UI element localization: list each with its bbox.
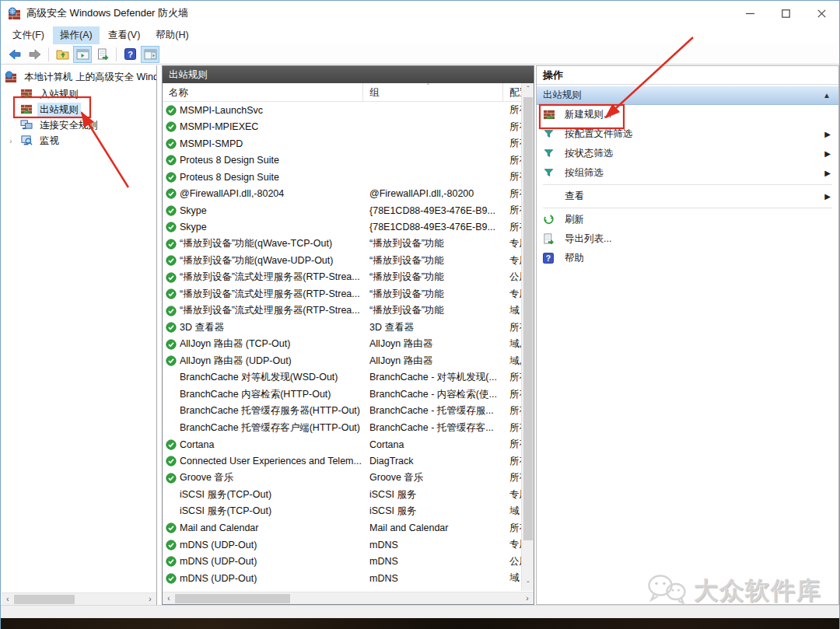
rule-group: DiagTrack	[363, 456, 503, 467]
scroll-down-icon[interactable]: ˇ	[522, 578, 534, 591]
scroll-left-icon[interactable]: ‹	[2, 593, 14, 606]
filter-icon	[543, 148, 557, 160]
rule-row[interactable]: “播放到设备”流式处理服务器(RTP-Strea...“播放到设备”功能公用	[163, 269, 521, 286]
scroll-left-icon[interactable]: ‹	[163, 592, 175, 605]
action-item[interactable]: 按配置文件筛选▶	[537, 124, 838, 144]
rule-profile: 所有	[503, 103, 521, 117]
minimize-button[interactable]	[732, 1, 768, 26]
console-window-icon[interactable]	[73, 46, 92, 63]
scrollbar-thumb[interactable]	[523, 97, 533, 540]
close-button[interactable]	[803, 1, 839, 26]
rule-row[interactable]: mDNS (UDP-Out)mDNS域	[163, 570, 521, 587]
maximize-button[interactable]	[768, 1, 803, 26]
tree-item[interactable]: ›监视	[2, 133, 156, 149]
help-icon[interactable]: ?	[121, 46, 139, 63]
rule-row[interactable]: CortanaCortana所有	[163, 436, 521, 453]
menu-item[interactable]: 查看(V)	[101, 26, 148, 44]
action-item[interactable]: 新建规则...	[537, 105, 838, 124]
rule-row[interactable]: Proteus 8 Design Suite所有	[163, 152, 521, 169]
submenu-arrow-icon: ▶	[824, 169, 831, 177]
rule-row[interactable]: Mail and CalendarMail and Calendar所有	[163, 520, 521, 537]
rule-row[interactable]: “播放到设备”流式处理服务器(RTP-Strea...“播放到设备”功能专用	[163, 286, 521, 303]
export-list-icon[interactable]	[93, 46, 112, 63]
rule-profile: 域,	[503, 337, 521, 351]
rule-name: Skype	[180, 205, 363, 216]
expand-chevron-icon[interactable]: ›	[9, 136, 19, 145]
rule-row[interactable]: MSMPI-MPIEXEC所有	[163, 119, 521, 136]
action-separator	[543, 184, 832, 185]
tree-item-label: 入站规则	[37, 87, 81, 102]
rule-row[interactable]: BranchCache 托管缓存服务器(HTTP-Out)BranchCache…	[163, 403, 521, 420]
back-icon[interactable]	[5, 46, 24, 63]
rule-row[interactable]: Skype{78E1CD88-49E3-476E-B9...所有	[163, 219, 521, 236]
rule-row[interactable]: MSMPI-LaunchSvc所有	[163, 102, 521, 119]
action-item[interactable]: 按状态筛选▶	[537, 144, 838, 163]
rule-row[interactable]: Proteus 8 Design Suite所有	[163, 169, 521, 186]
column-header-profile[interactable]: 配置	[503, 83, 522, 102]
connection-security-icon	[20, 119, 33, 131]
rule-row[interactable]: Connected User Experiences and Telem...D…	[163, 453, 521, 470]
svg-text:?: ?	[128, 50, 133, 59]
forward-icon[interactable]	[26, 46, 44, 63]
menu-item[interactable]: 操作(A)	[53, 26, 100, 44]
actions-section-header[interactable]: 出站规则 ▲	[537, 86, 838, 105]
rule-row[interactable]: AllJoyn 路由器 (UDP-Out)AllJoyn 路由器域,	[163, 353, 521, 370]
show-action-pane-icon[interactable]	[141, 46, 159, 63]
rule-group: Cortana	[363, 439, 503, 450]
action-item[interactable]: ?帮助	[537, 249, 838, 268]
export-list-icon	[543, 233, 557, 246]
rule-enabled-icon	[163, 172, 180, 183]
bottom-dark-strip	[1, 618, 839, 629]
rule-profile: 所有	[503, 388, 521, 401]
list-horizontal-scrollbar[interactable]: ‹ ›	[163, 592, 534, 604]
rule-row[interactable]: BranchCache 对等机发现(WSD-Out)BranchCache - …	[163, 369, 521, 386]
action-item[interactable]: 刷新	[537, 210, 838, 229]
menu-item[interactable]: 帮助(H)	[149, 26, 195, 44]
rule-name: iSCSI 服务(TCP-Out)	[180, 505, 363, 518]
scroll-right-icon[interactable]: ›	[144, 593, 156, 606]
rule-row[interactable]: mDNS (UDP-Out)mDNS专用	[163, 536, 521, 554]
rule-row[interactable]: MSMPI-SMPD所有	[163, 135, 521, 152]
tree-item-label: 连接安全规则	[37, 118, 100, 133]
rule-profile: 公用	[503, 271, 521, 284]
rule-row[interactable]: @FirewallAPI.dll,-80204@FirewallAPI.dll,…	[163, 186, 521, 203]
toolbar-separator	[116, 47, 117, 61]
folder-up-icon[interactable]	[53, 46, 72, 63]
scrollbar-thumb[interactable]	[14, 595, 75, 604]
scroll-right-icon[interactable]: ›	[521, 592, 534, 605]
rule-row[interactable]: BranchCache 内容检索(HTTP-Out)BranchCache - …	[163, 386, 521, 404]
rule-row[interactable]: Skype{78E1CD88-49E3-476E-B9...所有	[163, 202, 521, 219]
rule-row[interactable]: “播放到设备”功能(qWave-UDP-Out)“播放到设备”功能专用	[163, 253, 521, 270]
toolbar-separator	[48, 47, 49, 61]
rule-row[interactable]: mDNS (UDP-Out)mDNS公用	[163, 554, 521, 571]
rule-row[interactable]: Groove 音乐Groove 音乐所有	[163, 470, 521, 487]
tree-horizontal-scrollbar[interactable]: ‹ ›	[2, 592, 156, 605]
rule-row[interactable]: AllJoyn 路由器 (TCP-Out)AllJoyn 路由器域,	[163, 336, 521, 353]
tree-item[interactable]: 出站规则	[2, 102, 156, 117]
refresh-icon	[543, 214, 557, 226]
menu-item[interactable]: 文件(F)	[5, 26, 51, 44]
rule-group: AllJoyn 路由器	[363, 337, 503, 351]
rule-row[interactable]: “播放到设备”流式处理服务器(RTP-Strea...“播放到设备”功能域	[163, 302, 521, 320]
column-header-name[interactable]: 名称	[163, 83, 363, 102]
tree-root-node[interactable]: 本地计算机 上的高级安全 Wind	[5, 69, 156, 85]
action-item[interactable]: 导出列表...	[537, 229, 838, 249]
no-icon	[543, 190, 557, 203]
rule-group: iSCSI 服务	[363, 488, 503, 501]
tree-item[interactable]: 入站规则	[2, 86, 156, 102]
scroll-up-icon[interactable]: ˇ	[522, 83, 534, 96]
rule-row[interactable]: iSCSI 服务(TCP-Out)iSCSI 服务域	[163, 503, 521, 520]
rule-row[interactable]: “播放到设备”功能(qWave-TCP-Out)“播放到设备”功能专用	[163, 236, 521, 253]
action-item[interactable]: 查看▶	[537, 187, 838, 206]
collapse-section-icon[interactable]: ▲	[823, 91, 831, 100]
tree-item[interactable]: 连接安全规则	[2, 117, 156, 133]
rule-row[interactable]: iSCSI 服务(TCP-Out)iSCSI 服务专用	[163, 487, 521, 504]
rule-name: “播放到设备”功能(qWave-TCP-Out)	[180, 237, 363, 250]
rule-profile: 所有	[503, 187, 521, 201]
list-vertical-scrollbar[interactable]: ˇ ˇ	[521, 83, 534, 591]
action-item[interactable]: 按组筛选▶	[537, 163, 838, 183]
column-header-group[interactable]: 组	[363, 83, 503, 102]
rule-row[interactable]: BranchCache 托管缓存客户端(HTTP-Out)BranchCache…	[163, 420, 521, 437]
scrollbar-thumb[interactable]	[175, 594, 290, 603]
rule-row[interactable]: 3D 查看器3D 查看器所有	[163, 320, 521, 337]
